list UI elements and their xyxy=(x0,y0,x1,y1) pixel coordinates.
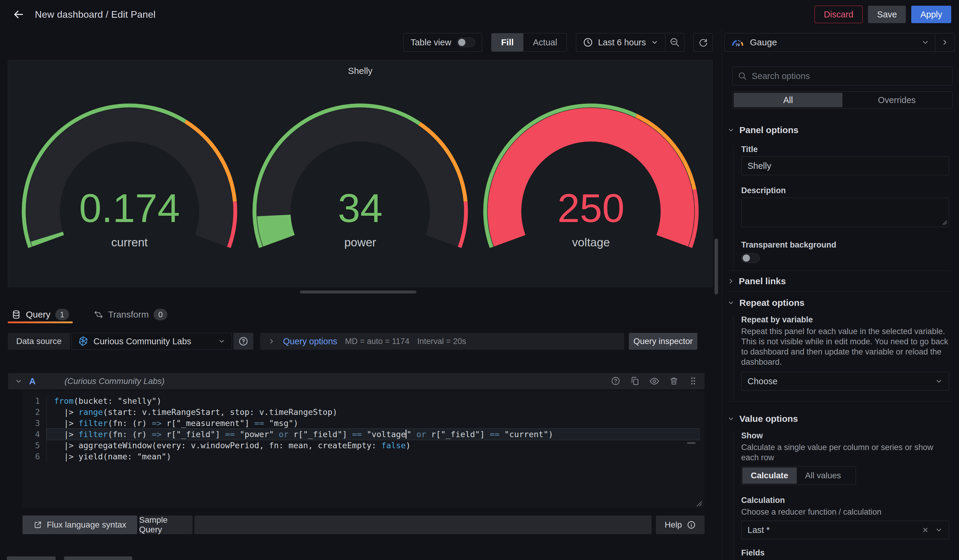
toggle-query-visibility-button[interactable] xyxy=(649,376,660,387)
vertical-scrollbar-thumb[interactable] xyxy=(714,239,718,294)
query-footer-row: Flux language syntax Sample Query Help xyxy=(22,515,704,534)
code-line[interactable]: 3 |> filter(fn: (r) => r["_measurement"]… xyxy=(22,418,704,429)
collapse-pane-button[interactable] xyxy=(935,33,954,51)
gauge-label: power xyxy=(344,236,376,249)
options-sections: Panel options Title Shelly Description T… xyxy=(722,121,952,560)
tab-transform[interactable]: Transform 0 xyxy=(90,306,171,323)
calculation-value: Last * xyxy=(747,525,770,535)
options-search-input[interactable] xyxy=(752,71,947,81)
repeat-by-variable-label: Repeat by variable xyxy=(741,315,952,325)
copy-icon xyxy=(630,376,640,386)
calculate-option[interactable]: Calculate xyxy=(742,468,797,484)
repeat-by-variable-description: Repeat this panel for each value in the … xyxy=(741,326,951,367)
transparent-background-label: Transparent background xyxy=(741,240,952,250)
fields-label: Fields xyxy=(741,548,952,558)
transform-count-badge: 0 xyxy=(153,309,167,320)
gauge-voltage: 250voltage xyxy=(477,99,705,249)
time-range-picker[interactable]: Last 6 hours xyxy=(576,37,665,48)
code-line[interactable]: 6 |> yield(name: "mean") xyxy=(22,451,704,462)
all-values-option[interactable]: All values xyxy=(797,468,850,484)
panel-links-header[interactable]: Panel links xyxy=(722,271,952,291)
chevron-right-icon[interactable] xyxy=(268,338,275,345)
gauges-row: 0.174current 34power 250voltage xyxy=(8,99,712,249)
query-options-bar: Query options MD = auto = 1174 Interval … xyxy=(260,333,624,350)
chevron-down-icon xyxy=(921,38,930,46)
gauge-label: current xyxy=(111,236,148,249)
save-button[interactable]: Save xyxy=(868,6,906,23)
flux-code-editor[interactable]: 1from(bucket: "shelly")2 |> range(start:… xyxy=(22,391,704,508)
transform-icon xyxy=(94,310,104,319)
arrow-left-icon xyxy=(12,8,25,21)
visualization-picker[interactable]: 79 Gauge xyxy=(724,33,954,52)
apply-button[interactable]: Apply xyxy=(911,6,951,23)
refresh-button[interactable] xyxy=(693,33,713,52)
show-description: Calculate a single value per column or s… xyxy=(741,442,951,463)
drag-query-handle[interactable] xyxy=(688,376,698,387)
fill-option[interactable]: Fill xyxy=(492,33,523,51)
editor-resize-corner-icon[interactable] xyxy=(694,498,703,507)
datasource-picker[interactable]: Curious Community Labs xyxy=(72,333,232,350)
interval-stat: Interval = 20s xyxy=(417,337,466,346)
calculation-description: Choose a reducer function / calculation xyxy=(741,507,951,517)
tab-all[interactable]: All xyxy=(734,93,843,107)
delete-query-button[interactable] xyxy=(669,376,679,387)
panel-options-header[interactable]: Panel options xyxy=(722,121,952,137)
query-options-link[interactable]: Query options xyxy=(283,336,338,347)
page-title: New dashboard / Edit Panel xyxy=(35,9,156,20)
help-label: Help xyxy=(664,520,682,530)
clock-icon xyxy=(583,37,593,48)
transparent-background-toggle[interactable] xyxy=(741,253,760,263)
tab-overrides[interactable]: Overrides xyxy=(843,93,951,107)
actual-option[interactable]: Actual xyxy=(523,33,567,51)
table-view-toggle[interactable] xyxy=(457,38,475,47)
section-divider xyxy=(727,401,952,402)
code-line[interactable]: 2 |> range(start: v.timeRangeStart, stop… xyxy=(22,406,704,418)
toggle-knob xyxy=(743,255,750,262)
panel-title-input[interactable]: Shelly xyxy=(741,156,949,175)
query-count-badge: 1 xyxy=(55,309,69,320)
query-datasource-note: (Curious Community Labs) xyxy=(65,376,165,386)
panel-options-pane: 79 Gauge All Overrides Panel options Tit… xyxy=(722,29,959,560)
code-line[interactable]: 4 |> filter(fn: (r) => r["_field"] == "p… xyxy=(22,429,704,440)
datasource-row: Data source Curious Community Labs Query… xyxy=(8,333,697,350)
repeat-options-header[interactable]: Repeat options xyxy=(722,292,952,310)
cutoff-button[interactable] xyxy=(64,557,132,560)
panel-resize-handle[interactable] xyxy=(300,291,416,294)
options-filter-tabs: All Overrides xyxy=(732,91,953,109)
svg-text:34: 34 xyxy=(338,186,382,231)
section-title: Panel options xyxy=(739,125,798,135)
table-view-label: Table view xyxy=(410,38,451,48)
cutoff-button[interactable] xyxy=(7,557,56,560)
repeat-variable-value: Choose xyxy=(747,376,777,387)
discard-button[interactable]: Discard xyxy=(814,6,863,23)
duplicate-query-button[interactable] xyxy=(630,376,640,387)
influxdb-icon xyxy=(78,336,89,347)
zoom-out-button[interactable] xyxy=(666,33,684,51)
help-button[interactable]: Help xyxy=(656,515,704,534)
question-circle-icon xyxy=(611,376,620,386)
flux-syntax-button[interactable]: Flux language syntax xyxy=(22,515,137,534)
code-line[interactable]: 1from(bucket: "shelly") xyxy=(22,395,704,406)
back-button[interactable] xyxy=(10,6,27,23)
collapse-query-icon[interactable] xyxy=(15,377,22,385)
editor-scroll-dash[interactable] xyxy=(687,442,696,444)
value-options-header[interactable]: Value options xyxy=(722,409,952,426)
query-ref-id[interactable]: A xyxy=(29,376,36,387)
magnifier-zoom-out-icon xyxy=(670,37,680,48)
query-row-actions xyxy=(611,376,698,387)
clear-icon[interactable] xyxy=(922,527,929,534)
code-line[interactable]: 5 |> aggregateWindow(every: v.windowPeri… xyxy=(22,440,704,451)
sample-query-button[interactable]: Sample Query xyxy=(139,515,193,534)
tab-query[interactable]: Query 1 xyxy=(8,306,73,323)
query-help-button[interactable] xyxy=(611,376,620,387)
database-icon xyxy=(11,310,21,319)
textarea-resize-corner-icon[interactable] xyxy=(940,218,948,226)
datasource-help-button[interactable] xyxy=(233,333,253,350)
panel-toolbar: Table view Fill Actual Last 6 hours xyxy=(403,33,713,52)
value-options-body: Show Calculate a single value per column… xyxy=(733,431,952,560)
panel-description-textarea[interactable] xyxy=(741,198,949,227)
repeat-variable-select[interactable]: Choose xyxy=(741,372,949,391)
calculation-select[interactable]: Last * xyxy=(741,521,949,539)
query-inspector-button[interactable]: Query inspector xyxy=(629,333,697,350)
section-title: Value options xyxy=(739,414,798,424)
